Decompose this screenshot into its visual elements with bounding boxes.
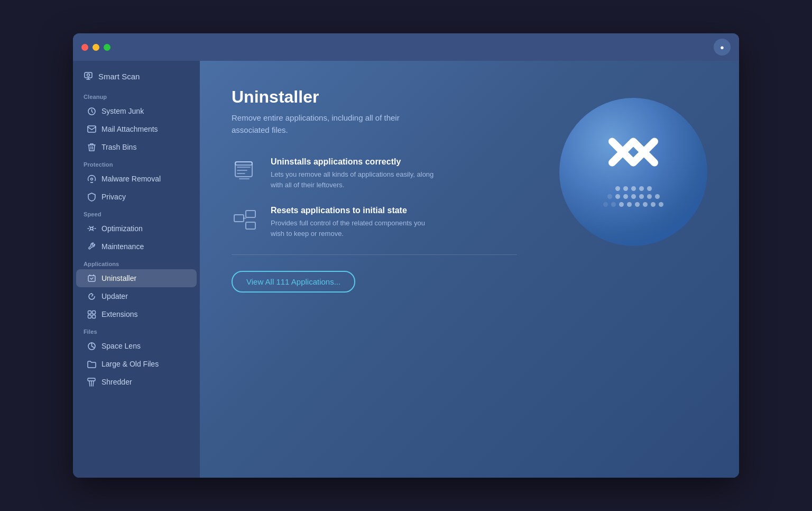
optimization-icon <box>87 224 96 233</box>
x-symbol <box>607 138 660 180</box>
space-lens-label: Space Lens <box>102 342 141 350</box>
section-label-speed: Speed <box>73 206 200 220</box>
section-label-applications: Applications <box>73 256 200 269</box>
svg-rect-17 <box>246 222 255 229</box>
svg-rect-10 <box>92 315 95 318</box>
section-label-cleanup: Cleanup <box>73 88 200 102</box>
shredder-label: Shredder <box>102 378 132 386</box>
smart-scan-icon <box>84 71 93 81</box>
svg-rect-9 <box>88 315 91 318</box>
svg-rect-3 <box>88 126 96 132</box>
uninstaller-icon <box>87 273 96 283</box>
app-icon-circle <box>559 98 707 246</box>
sidebar-item-extensions[interactable]: Extensions <box>76 305 197 323</box>
app-icon-container <box>559 98 707 246</box>
feature-desc-resets: Provides full control of the related com… <box>271 218 440 239</box>
traffic-lights <box>81 44 110 51</box>
extensions-label: Extensions <box>102 310 137 318</box>
feature-title-uninstalls: Uninstalls applications correctly <box>271 157 440 167</box>
icon-inner <box>603 138 663 207</box>
svg-rect-12 <box>88 378 95 381</box>
svg-rect-14 <box>235 162 252 165</box>
extensions-icon <box>87 309 96 319</box>
malware-removal-label: Malware Removal <box>102 175 161 183</box>
close-button[interactable] <box>81 44 88 51</box>
mail-icon <box>87 124 96 134</box>
system-junk-icon <box>87 106 96 116</box>
resets-icon <box>232 206 260 234</box>
svg-rect-0 <box>85 72 92 78</box>
page-subtitle: Remove entire applications, including al… <box>232 112 422 136</box>
svg-rect-8 <box>92 311 95 314</box>
privacy-icon <box>87 192 96 202</box>
feature-text-uninstalls: Uninstalls applications correctly Lets y… <box>271 157 440 190</box>
large-old-files-label: Large & Old Files <box>102 360 159 368</box>
sidebar-item-optimization[interactable]: Optimization <box>76 220 197 238</box>
avatar-icon: ● <box>720 43 724 51</box>
sidebar: Smart Scan Cleanup System Junk <box>73 61 200 478</box>
content-top: Uninstaller Remove entire applications, … <box>232 87 707 293</box>
svg-rect-13 <box>235 162 252 177</box>
mail-attachments-label: Mail Attachments <box>102 125 158 133</box>
sidebar-item-mail-attachments[interactable]: Mail Attachments <box>76 120 197 138</box>
svg-point-1 <box>87 74 90 77</box>
sidebar-item-maintenance[interactable]: Maintenance <box>76 238 197 256</box>
svg-rect-7 <box>88 311 91 314</box>
svg-point-4 <box>90 178 93 180</box>
trash-bins-label: Trash Bins <box>102 143 136 151</box>
trash-icon <box>87 142 96 152</box>
sidebar-item-updater[interactable]: Updater <box>76 287 197 305</box>
space-lens-icon <box>87 341 96 351</box>
app-body: Smart Scan Cleanup System Junk <box>73 61 739 478</box>
optimization-label: Optimization <box>102 224 143 233</box>
privacy-label: Privacy <box>102 193 126 201</box>
sidebar-item-system-junk[interactable]: System Junk <box>76 102 197 120</box>
page-title: Uninstaller <box>232 87 538 107</box>
app-window: ● Smart Scan Cleanup <box>73 33 739 478</box>
updater-icon <box>87 291 96 301</box>
dots-grid <box>603 186 663 207</box>
main-content: Uninstaller Remove entire applications, … <box>200 61 739 478</box>
sidebar-item-shredder[interactable]: Shredder <box>76 373 197 391</box>
minimize-button[interactable] <box>93 44 99 51</box>
sidebar-item-smart-scan[interactable]: Smart Scan <box>73 66 200 88</box>
shredder-icon <box>87 377 96 387</box>
feature-title-resets: Resets applications to initial state <box>271 206 440 215</box>
biohazard-icon <box>87 174 96 184</box>
feature-card-resets: Resets applications to initial state Pro… <box>232 206 538 239</box>
maintenance-icon <box>87 242 96 251</box>
sidebar-item-malware-removal[interactable]: Malware Removal <box>76 170 197 188</box>
avatar[interactable]: ● <box>714 39 731 56</box>
section-label-files: Files <box>73 323 200 337</box>
sidebar-item-uninstaller[interactable]: Uninstaller <box>76 269 197 287</box>
feature-desc-uninstalls: Lets you remove all kinds of application… <box>271 169 440 190</box>
sidebar-item-trash-bins[interactable]: Trash Bins <box>76 138 197 156</box>
maintenance-label: Maintenance <box>102 242 144 251</box>
content-divider <box>232 254 517 255</box>
svg-rect-15 <box>234 215 244 222</box>
updater-label: Updater <box>102 292 128 300</box>
uninstalls-correctly-icon <box>232 157 260 186</box>
section-label-protection: Protection <box>73 156 200 170</box>
system-junk-label: System Junk <box>102 107 144 115</box>
large-old-files-icon <box>87 359 96 369</box>
svg-rect-16 <box>246 211 255 217</box>
titlebar: ● <box>73 33 739 61</box>
content-left: Uninstaller Remove entire applications, … <box>232 87 538 293</box>
uninstaller-label: Uninstaller <box>102 274 136 282</box>
maximize-button[interactable] <box>104 44 110 51</box>
feature-card-uninstalls: Uninstalls applications correctly Lets y… <box>232 157 538 190</box>
feature-text-resets: Resets applications to initial state Pro… <box>271 206 440 239</box>
smart-scan-label: Smart Scan <box>98 72 140 81</box>
svg-point-5 <box>90 227 93 230</box>
view-all-applications-button[interactable]: View All 111 Applications... <box>232 271 355 293</box>
sidebar-item-privacy[interactable]: Privacy <box>76 188 197 206</box>
sidebar-item-large-old-files[interactable]: Large & Old Files <box>76 355 197 373</box>
sidebar-item-space-lens[interactable]: Space Lens <box>76 337 197 355</box>
